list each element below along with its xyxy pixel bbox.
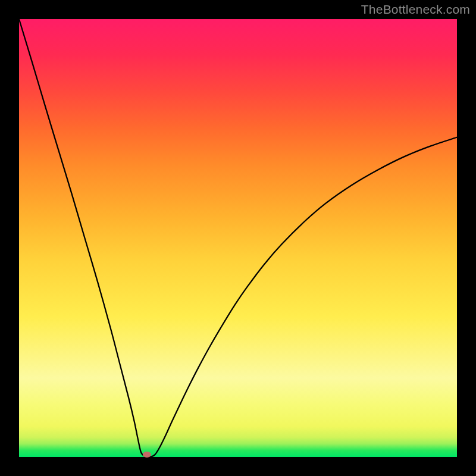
minimum-marker [143, 452, 151, 458]
chart-svg [19, 19, 457, 457]
watermark-text: TheBottleneck.com [361, 2, 470, 17]
chart-frame: TheBottleneck.com [0, 0, 476, 476]
bottleneck-curve [19, 19, 457, 457]
